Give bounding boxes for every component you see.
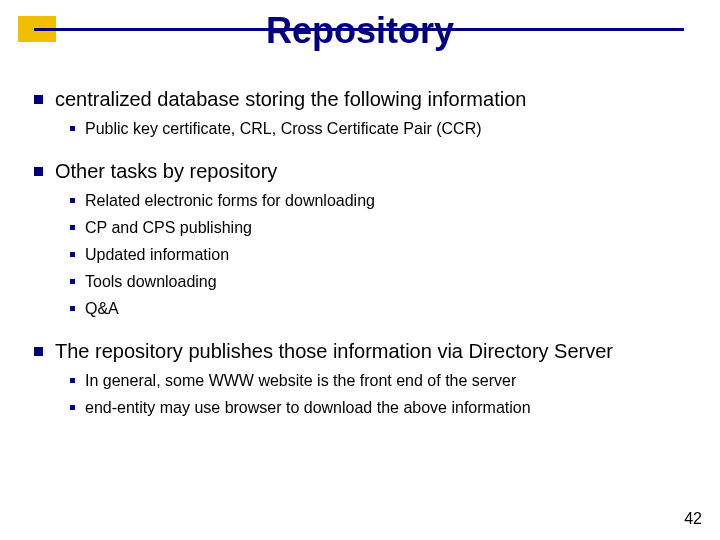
square-bullet-icon — [70, 378, 75, 383]
slide-title: Repository — [0, 10, 720, 52]
bullet-text: centralized database storing the followi… — [55, 86, 690, 113]
square-bullet-icon — [34, 347, 43, 356]
bullet-lvl2: In general, some WWW website is the fron… — [70, 369, 690, 393]
bullet-lvl1: The repository publishes those informati… — [34, 338, 690, 365]
bullet-text: Q&A — [85, 297, 690, 321]
bullet-text: Tools downloading — [85, 270, 690, 294]
bullet-lvl2: Related electronic forms for downloading — [70, 189, 690, 213]
square-bullet-icon — [34, 167, 43, 176]
square-bullet-icon — [70, 279, 75, 284]
bullet-text: CP and CPS publishing — [85, 216, 690, 240]
bullet-text: Updated information — [85, 243, 690, 267]
square-bullet-icon — [70, 252, 75, 257]
square-bullet-icon — [70, 306, 75, 311]
bullet-lvl2: CP and CPS publishing — [70, 216, 690, 240]
bullet-text: Related electronic forms for downloading — [85, 189, 690, 213]
bullet-text: Public key certificate, CRL, Cross Certi… — [85, 117, 690, 141]
bullet-text: end-entity may use browser to download t… — [85, 396, 690, 420]
bullet-text: The repository publishes those informati… — [55, 338, 690, 365]
page-number: 42 — [684, 510, 702, 528]
square-bullet-icon — [70, 126, 75, 131]
bullet-text: Other tasks by repository — [55, 158, 690, 185]
slide: Repository centralized database storing … — [0, 0, 720, 540]
square-bullet-icon — [34, 95, 43, 104]
bullet-lvl2: Tools downloading — [70, 270, 690, 294]
slide-body: centralized database storing the followi… — [34, 80, 690, 423]
bullet-text: In general, some WWW website is the fron… — [85, 369, 690, 393]
bullet-lvl2: Q&A — [70, 297, 690, 321]
bullet-lvl1: Other tasks by repository — [34, 158, 690, 185]
square-bullet-icon — [70, 225, 75, 230]
bullet-lvl1: centralized database storing the followi… — [34, 86, 690, 113]
square-bullet-icon — [70, 198, 75, 203]
bullet-lvl2: Updated information — [70, 243, 690, 267]
bullet-lvl2: end-entity may use browser to download t… — [70, 396, 690, 420]
square-bullet-icon — [70, 405, 75, 410]
bullet-lvl2: Public key certificate, CRL, Cross Certi… — [70, 117, 690, 141]
